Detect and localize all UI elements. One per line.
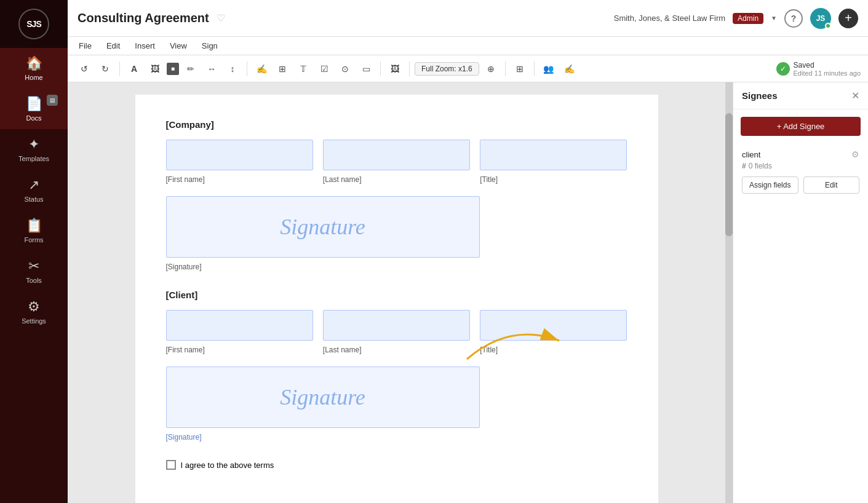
sidebar-logo: SJS <box>0 0 68 48</box>
saved-indicator: ✓ Saved Edited 11 minutes ago <box>776 61 861 77</box>
menu-edit[interactable]: Edit <box>105 41 121 50</box>
sidebar-item-status[interactable]: ↗ Status <box>0 170 68 210</box>
signee-name-row: client ⚙ <box>742 149 859 159</box>
saved-text-block: Saved Edited 11 minutes ago <box>794 61 861 77</box>
company-first-label: [First name] <box>166 175 313 184</box>
shape-button[interactable]: ■ <box>167 63 179 75</box>
assign-fields-button[interactable]: Assign fields <box>742 176 798 194</box>
signee-actions: Assign fields Edit <box>742 176 859 194</box>
favorite-icon[interactable]: ♡ <box>217 12 225 24</box>
circle-button[interactable]: ⊙ <box>336 60 354 78</box>
document-title: Consulting Agreement <box>78 11 209 25</box>
users-button[interactable]: 👥 <box>540 60 558 78</box>
logo-icon[interactable]: SJS <box>18 9 49 39</box>
client-title-label: [Title] <box>480 346 627 354</box>
edit-signee-button[interactable]: Edit <box>803 176 860 194</box>
client-signature-label: [Signature] <box>166 433 627 442</box>
client-title-field[interactable] <box>480 310 627 341</box>
client-last-name-field[interactable] <box>323 310 470 341</box>
company-last-label: [Last name] <box>323 175 470 184</box>
company-first-name-field[interactable] <box>166 140 313 170</box>
company-signature-box[interactable]: Signature <box>166 196 480 258</box>
text-field-button[interactable]: 𝕋 <box>294 60 313 78</box>
signee-name: client <box>742 150 760 159</box>
admin-dropdown-arrow[interactable]: ▼ <box>771 15 777 22</box>
company-signature-label: [Signature] <box>166 263 627 271</box>
undo-button[interactable]: ↺ <box>75 60 94 78</box>
signature-button[interactable]: ✍ <box>252 60 271 78</box>
target-button[interactable]: ⊕ <box>482 60 500 78</box>
tools-icon: ✂ <box>28 258 39 274</box>
user-avatar[interactable]: JS <box>810 8 831 29</box>
sidebar-item-settings[interactable]: ⚙ Settings <box>0 291 68 332</box>
client-first-name-field[interactable] <box>166 310 313 341</box>
sidebar-item-home[interactable]: 🏠 Home <box>0 48 68 89</box>
menubar: File Edit Insert View Sign <box>68 37 868 55</box>
client-signature-box[interactable]: Signature <box>166 366 480 428</box>
gear-icon[interactable]: ⚙ <box>851 149 859 159</box>
draw-button[interactable]: ✏ <box>181 60 200 78</box>
saved-sub-label: Edited 11 minutes ago <box>794 69 861 77</box>
company-field-labels: [First name] [Last name] [Title] <box>166 175 627 184</box>
grid-button[interactable]: ⊞ <box>511 60 529 78</box>
forms-icon: 📋 <box>26 218 42 234</box>
docs-icon: 📄 <box>26 96 42 112</box>
company-title-label: [Title] <box>480 175 627 184</box>
client-field-labels: [First name] [Last name] [Title] <box>166 346 627 354</box>
menu-sign[interactable]: Sign <box>201 41 219 50</box>
toolbar-separator-6 <box>534 61 535 76</box>
add-signee-button[interactable]: + Add Signee <box>741 117 861 136</box>
hash-icon: # <box>742 162 746 170</box>
content-area: [Company] [First name] [Last name] [Titl… <box>68 82 868 503</box>
sidebar-item-docs[interactable]: 📄 Docs ▤ <box>0 89 68 129</box>
firm-name: Smith, Jones, & Steel Law Firm <box>614 14 725 23</box>
agree-checkbox[interactable] <box>166 460 176 470</box>
client-section-label: [Client] <box>166 290 627 300</box>
close-icon[interactable]: ✕ <box>851 90 859 101</box>
sidebar-item-templates[interactable]: ✦ Templates <box>0 129 68 170</box>
settings-icon: ⚙ <box>28 299 40 315</box>
saved-check-icon: ✓ <box>776 62 790 76</box>
status-icon: ↗ <box>28 177 39 193</box>
home-icon: 🏠 <box>26 55 42 71</box>
client-first-label: [First name] <box>166 346 313 354</box>
company-fields-row <box>166 140 627 170</box>
main-area: Consulting Agreement ♡ Smith, Jones, & S… <box>68 0 868 503</box>
sidebar-item-forms[interactable]: 📋 Forms <box>0 210 68 251</box>
admin-badge[interactable]: Admin <box>733 13 763 24</box>
company-title-field[interactable] <box>480 140 627 170</box>
document-area[interactable]: [Company] [First name] [Last name] [Titl… <box>68 82 725 503</box>
client-signature-text: Signature <box>280 384 365 410</box>
menu-view[interactable]: View <box>169 41 188 50</box>
sidebar: SJS 🏠 Home 📄 Docs ▤ ✦ Templates ↗ Status… <box>0 0 68 503</box>
topbar: Consulting Agreement ♡ Smith, Jones, & S… <box>68 0 868 37</box>
table-button[interactable]: ↕ <box>223 60 242 78</box>
link-button[interactable]: ↔ <box>202 60 221 78</box>
templates-icon: ✦ <box>28 137 39 152</box>
toolbar-separator-2 <box>247 61 247 76</box>
image-button[interactable]: 🖼 <box>146 60 164 78</box>
signees-panel: Signees ✕ + Add Signee client ⚙ # 0 fiel… <box>733 82 868 503</box>
company-last-name-field[interactable] <box>323 140 470 170</box>
signees-title: Signees <box>742 90 778 101</box>
add-button[interactable]: + <box>838 9 858 28</box>
agree-label: I agree to the above terms <box>181 461 274 470</box>
menu-insert[interactable]: Insert <box>133 41 156 50</box>
sidebar-item-tools[interactable]: ✂ Tools <box>0 251 68 291</box>
zoom-display: Full Zoom: x1.6 <box>415 62 479 76</box>
image2-button[interactable]: 🖼 <box>386 60 404 78</box>
scrollbar-thumb[interactable] <box>725 113 733 236</box>
rect-button[interactable]: ▭ <box>357 60 375 78</box>
checkbox-button[interactable]: ☑ <box>315 60 333 78</box>
text-tool-button[interactable]: A <box>125 60 143 78</box>
redo-button[interactable]: ↻ <box>96 60 114 78</box>
online-dot <box>825 23 831 29</box>
menu-file[interactable]: File <box>78 41 93 50</box>
document-scrollbar[interactable] <box>725 82 733 503</box>
help-button[interactable]: ? <box>784 9 803 28</box>
toolbar-separator-4 <box>409 61 410 76</box>
signees-header: Signees ✕ <box>733 82 868 109</box>
sign-button[interactable]: ✍ <box>560 60 579 78</box>
checkbox-row: I agree to the above terms <box>166 460 627 470</box>
field-button[interactable]: ⊞ <box>273 60 292 78</box>
